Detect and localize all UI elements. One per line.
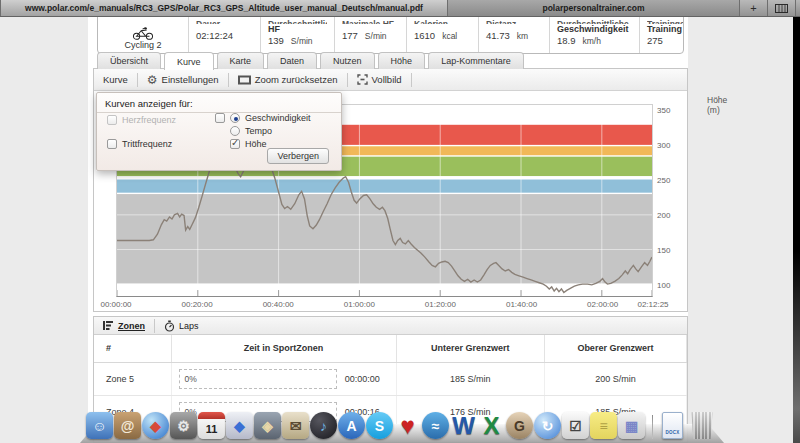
y-tick-label: 350 — [657, 106, 683, 115]
verbergen-button[interactable]: Verbergen — [267, 148, 329, 164]
tab-nutzen[interactable]: Nutzen — [320, 52, 375, 69]
zones-laps-tabs: Zonen Laps — [94, 317, 687, 335]
x-tick-label: 02:00:00 — [587, 300, 618, 309]
zone-time: 00:00:00 — [345, 374, 389, 384]
tempo-radio[interactable] — [230, 126, 240, 136]
summary-value: 18.9km/h — [557, 35, 632, 47]
geschwindigkeit-label: Geschwindigkeit — [245, 113, 311, 123]
zoom-reset-icon — [238, 75, 251, 85]
clipped-label: Dauer — [196, 19, 253, 24]
screen: Cycling 2Dauer02:12:24DurchschnittlicheH… — [0, 0, 800, 443]
tab-overview-button[interactable] — [768, 0, 796, 16]
dock-divider — [652, 415, 653, 439]
x-tick-label: 00:00:00 — [100, 300, 131, 309]
y-tick-label: 300 — [657, 141, 683, 150]
browser-tab-bar: www.polar.com/e_manuals/RC3_GPS/Polar_RC… — [0, 0, 800, 17]
new-tab-button[interactable]: + — [740, 0, 768, 16]
zone-blue-band — [117, 180, 652, 193]
herzfrequenz-checkbox[interactable] — [107, 115, 117, 125]
zone-lower-limit: 185 S/min — [396, 362, 544, 395]
address-book-icon[interactable]: @ — [114, 412, 141, 439]
preview-icon[interactable]: ▦ — [618, 412, 645, 439]
geschwindigkeit-radio[interactable] — [230, 113, 240, 123]
settings-label: Einstellungen — [162, 74, 219, 85]
y-tick-label: 250 — [657, 176, 683, 185]
zonen-label: Zonen — [118, 321, 145, 331]
browser-tab-title: www.polar.com/e_manuals/RC3_GPS/Polar_RC… — [25, 3, 423, 13]
column-header: Oberer Grenzwert — [544, 335, 686, 362]
summary-value: 1610kcal — [414, 30, 471, 42]
trittfrequenz-label: Trittfrequenz — [122, 139, 172, 149]
calendar-icon[interactable]: 11 — [198, 412, 225, 439]
desktop-wallpaper-edge — [793, 17, 800, 443]
tempo-label: Tempo — [245, 126, 272, 136]
dock: ☺@◆⚙11◆◈✉♪AS♥≈WXG↻☑≡▦DOCX — [0, 412, 800, 443]
y-tick-label: 150 — [657, 246, 683, 255]
gear-icon: ⚙ — [147, 74, 158, 86]
tab-daten[interactable]: Daten — [267, 52, 317, 69]
itunes-icon[interactable]: ♪ — [310, 412, 337, 439]
stopwatch-icon — [164, 320, 175, 332]
finder-icon[interactable]: ☺ — [86, 412, 113, 439]
virtualbox-icon[interactable]: ◆ — [226, 412, 253, 439]
reminders-icon[interactable]: ☑ — [562, 412, 589, 439]
openoffice-icon[interactable]: ≈ — [422, 412, 449, 439]
tab-zonen[interactable]: Zonen — [94, 317, 154, 334]
browser-tab-polarpersonaltrainer[interactable]: polarpersonaltrainer.com — [448, 0, 740, 16]
x-tick-label: 00:20:00 — [182, 300, 213, 309]
gimp-icon[interactable]: G — [506, 412, 533, 439]
hoehe-checkbox[interactable] — [230, 139, 240, 149]
tab--bersicht[interactable]: Übersicht — [97, 52, 161, 69]
zoom-reset-button[interactable]: Zoom zurücksetzen — [229, 69, 347, 90]
tab-kurve[interactable]: Kurve — [164, 52, 214, 70]
summary-value: 41.73km — [486, 30, 542, 42]
iphoto-icon[interactable]: ◈ — [254, 412, 281, 439]
clipped-label: Maximale HF — [342, 19, 399, 24]
fullscreen-icon — [357, 74, 368, 85]
app-store-icon[interactable]: A — [338, 412, 365, 439]
mail-stamp-icon[interactable]: ✉ — [282, 412, 309, 439]
summary-value: 177S/min — [342, 30, 399, 42]
skype-icon[interactable]: S — [366, 412, 393, 439]
browser-tab-title: polarpersonaltrainer.com — [542, 3, 644, 13]
speed-checkbox[interactable] — [215, 113, 225, 123]
x-tick-label: 01:40:00 — [506, 300, 537, 309]
tab-karte[interactable]: Karte — [217, 52, 265, 69]
tab-h-he[interactable]: Höhe — [378, 52, 426, 69]
settings-button[interactable]: ⚙ Einstellungen — [138, 69, 228, 90]
x-tick-label: 01:20:00 — [425, 300, 456, 309]
column-header: # — [94, 335, 171, 362]
docx-document-icon[interactable]: DOCX — [662, 412, 683, 439]
column-header: Zeit in SportZonen — [171, 335, 396, 362]
summary-value: 275 — [647, 35, 684, 47]
browser-tab-manual-pdf[interactable]: www.polar.com/e_manuals/RC3_GPS/Polar_RC… — [0, 0, 448, 16]
trittfrequenz-checkbox[interactable] — [107, 139, 117, 149]
zoom-reset-label: Zoom zurücksetzen — [255, 74, 338, 85]
cyclist-icon — [132, 27, 154, 40]
zone-time-cell: 0%00:00:00 — [171, 362, 396, 395]
x-tick-label: 01:00:00 — [344, 300, 375, 309]
summary-value: 02:12:24 — [196, 30, 253, 42]
tab-lap-kommentare[interactable]: Lap-Kommentare — [428, 52, 524, 69]
fullscreen-button[interactable]: Vollbild — [348, 69, 411, 90]
tab-laps[interactable]: Laps — [155, 317, 208, 334]
safari-icon[interactable]: ◆ — [142, 412, 169, 439]
excel-icon[interactable]: X — [478, 412, 505, 439]
column-header: Unterer Grenzwert — [396, 335, 544, 362]
kurve-label: Kurve — [103, 74, 128, 85]
word-icon[interactable]: W — [450, 412, 477, 439]
clipped-label: Kalorien — [414, 19, 471, 24]
zone-gray-band — [117, 194, 652, 283]
trash-icon[interactable] — [690, 412, 714, 439]
y-tick-label: 100 — [657, 281, 683, 290]
section-tabs: ÜbersichtKurveKarteDatenNutzenHöheLap-Ko… — [97, 52, 524, 69]
activity-label: Cycling 2 — [124, 40, 161, 50]
browser-viewport: Cycling 2Dauer02:12:24DurchschnittlicheH… — [0, 17, 793, 443]
heart-app-icon[interactable]: ♥ — [394, 412, 421, 439]
y-axis-title: Höhe (m) — [707, 95, 727, 115]
popup-title: Kurven anzeigen für: — [97, 93, 341, 113]
system-preferences-icon[interactable]: ⚙ — [170, 412, 197, 439]
stickies-icon[interactable]: ≡ — [590, 412, 617, 439]
quicktime-sphere-icon[interactable]: ↻ — [534, 412, 561, 439]
table-header-row: #Zeit in SportZonenUnterer GrenzwertOber… — [94, 335, 687, 362]
